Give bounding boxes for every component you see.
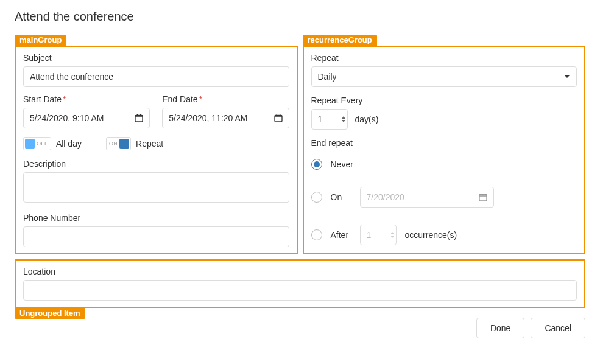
main-group: mainGroup Subject Start Date* (15, 46, 298, 254)
required-star: * (199, 94, 202, 104)
groups-row: mainGroup Subject Start Date* (15, 33, 585, 254)
appointment-dialog: Attend the conference mainGroup Subject … (0, 0, 600, 348)
description-label: Description (23, 159, 289, 169)
all-day-label: All day (56, 139, 82, 149)
description-input[interactable] (23, 172, 289, 203)
switch-knob (25, 139, 35, 149)
end-repeat-after-suffix: occurrence(s) (405, 230, 457, 240)
ungrouped-tag: Ungrouped Item (15, 308, 85, 319)
dialog-title: Attend the conference (15, 10, 585, 24)
chevron-down-icon[interactable] (342, 120, 345, 122)
all-day-switch[interactable]: OFF (23, 137, 51, 150)
spinner (390, 232, 394, 238)
repeat-every-label: Repeat Every (311, 96, 577, 105)
start-date-label: Start Date* (23, 94, 150, 104)
location-label: Location (23, 267, 577, 276)
end-repeat-on-radio[interactable] (311, 192, 322, 203)
end-repeat-never-radio[interactable] (311, 159, 322, 170)
switch-knob (119, 139, 129, 149)
subject-label: Subject (23, 53, 289, 63)
chevron-down-icon[interactable] (390, 236, 394, 238)
repeat-every-suffix: day(s) (355, 114, 379, 124)
end-repeat-on-label: On (331, 192, 351, 202)
spinner (342, 116, 345, 122)
cancel-button[interactable]: Cancel (531, 318, 585, 338)
location-input[interactable] (23, 280, 577, 301)
end-repeat-on-date[interactable] (360, 187, 494, 208)
end-repeat-label: End repeat (311, 138, 577, 148)
repeat-label: Repeat (136, 139, 163, 149)
phone-input[interactable] (23, 226, 289, 247)
end-repeat-after-radio[interactable] (311, 229, 322, 240)
done-button[interactable]: Done (476, 318, 524, 338)
dialog-footer: Done Cancel (15, 308, 585, 338)
chevron-up-icon[interactable] (390, 232, 394, 234)
start-date-input[interactable] (23, 108, 150, 128)
end-repeat-never-label: Never (331, 159, 353, 169)
recurrence-group-tag: recurrenceGroup (303, 35, 377, 46)
chevron-up-icon[interactable] (342, 116, 345, 119)
main-group-tag: mainGroup (15, 35, 66, 46)
ungrouped-item: Location Ungrouped Item (15, 259, 585, 308)
end-date-input[interactable] (162, 108, 289, 128)
repeat-type-label: Repeat (311, 53, 577, 63)
repeat-switch[interactable]: ON (106, 137, 131, 150)
subject-input[interactable] (23, 66, 289, 87)
end-repeat-after-label: After (331, 230, 351, 240)
phone-label: Phone Number (23, 213, 289, 223)
recurrence-group: recurrenceGroup Repeat Daily Repeat Ever… (303, 46, 586, 254)
end-date-label: End Date* (162, 94, 289, 104)
repeat-type-select[interactable]: Daily (311, 66, 577, 87)
required-star: * (63, 94, 66, 104)
